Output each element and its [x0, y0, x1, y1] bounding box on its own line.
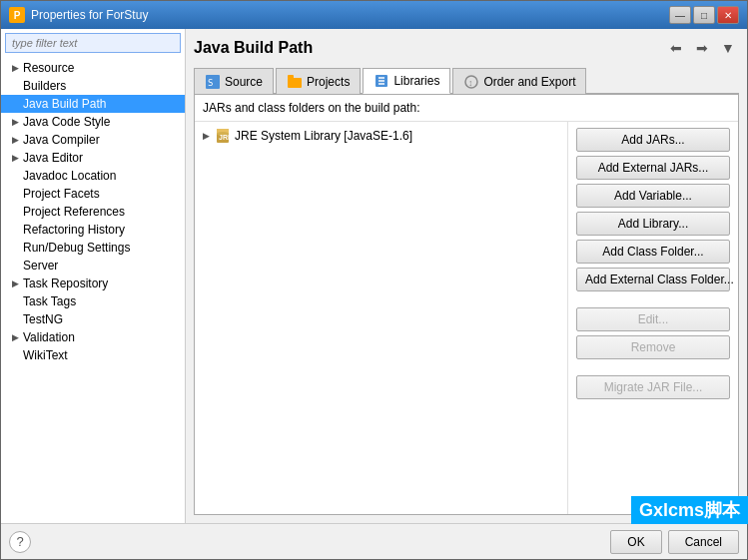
- content-main: ▶JREJRE System Library [JavaSE-1.6] Add …: [195, 122, 738, 514]
- search-input[interactable]: [5, 33, 181, 53]
- tab-label-order-and-export: Order and Export: [483, 75, 575, 89]
- sidebar-item-label-builders: Builders: [23, 79, 66, 93]
- sidebar-item-label-java-editor: Java Editor: [23, 151, 83, 165]
- tab-source[interactable]: SSource: [194, 68, 274, 94]
- migrate-jar-button: Migrate JAR File...: [576, 375, 730, 399]
- sidebar-item-label-run-debug-settings: Run/Debug Settings: [23, 241, 130, 255]
- panel-title: Java Build Path: [194, 39, 313, 57]
- sidebar-item-wikitext[interactable]: WikiText: [1, 346, 185, 364]
- tab-label-libraries: Libraries: [393, 74, 439, 88]
- sidebar-item-javadoc-location[interactable]: Javadoc Location: [1, 167, 185, 185]
- svg-text:JRE: JRE: [219, 134, 231, 141]
- watermark: Gxlcms脚本: [631, 496, 748, 524]
- properties-window: P Properties for ForStuy — □ ✕ ResourceB…: [0, 0, 748, 560]
- bottom-buttons: OK Cancel: [610, 530, 739, 554]
- svg-rect-2: [288, 78, 302, 88]
- tree-arrow-java-compiler: [9, 134, 21, 146]
- panel-header: Java Build Path ⬅ ➡ ▼: [194, 37, 739, 59]
- sidebar: ResourceBuildersJava Build PathJava Code…: [1, 29, 186, 523]
- sidebar-item-testng[interactable]: TestNG: [1, 310, 185, 328]
- sidebar-item-validation[interactable]: Validation: [1, 328, 185, 346]
- remove-button: Remove: [576, 335, 730, 359]
- sidebar-item-label-task-tags: Task Tags: [23, 294, 76, 308]
- library-tree: ▶JREJRE System Library [JavaSE-1.6]: [195, 122, 568, 514]
- sidebar-item-java-editor[interactable]: Java Editor: [1, 149, 185, 167]
- nav-dropdown-icon[interactable]: ▼: [717, 37, 739, 59]
- sidebar-item-project-references[interactable]: Project References: [1, 203, 185, 221]
- tab-icon-order-and-export: ↕: [463, 74, 479, 90]
- nav-back-icon[interactable]: ⬅: [665, 37, 687, 59]
- maximize-button[interactable]: □: [693, 6, 715, 24]
- sidebar-item-java-code-style[interactable]: Java Code Style: [1, 113, 185, 131]
- sidebar-item-task-repository[interactable]: Task Repository: [1, 275, 185, 292]
- tree-arrow-java-code-style: [9, 116, 21, 128]
- tree-arrow-java-editor: [9, 152, 21, 164]
- sidebar-item-java-build-path[interactable]: Java Build Path: [1, 95, 185, 113]
- nav-forward-icon[interactable]: ➡: [691, 37, 713, 59]
- tabs-container: SSourceProjectsLibraries↕Order and Expor…: [194, 67, 739, 94]
- sidebar-item-label-task-repository: Task Repository: [23, 277, 108, 290]
- tab-icon-projects: [287, 74, 303, 90]
- right-panel: Java Build Path ⬅ ➡ ▼ SSourceProjectsLib…: [186, 29, 747, 523]
- jar-icon-jre-system: JRE: [215, 128, 231, 144]
- tree-arrow-task-repository: [9, 278, 21, 289]
- sidebar-item-java-compiler[interactable]: Java Compiler: [1, 131, 185, 149]
- add-jars-button[interactable]: Add JARs...: [576, 128, 730, 152]
- sidebar-item-server[interactable]: Server: [1, 257, 185, 275]
- sidebar-item-label-java-code-style: Java Code Style: [23, 115, 110, 129]
- add-external-class-folder-button[interactable]: Add External Class Folder...: [576, 268, 730, 291]
- tree-arrow-resource: [9, 62, 21, 74]
- cancel-button[interactable]: Cancel: [668, 530, 739, 554]
- bottom-bar: ? OK Cancel: [1, 523, 747, 559]
- close-button[interactable]: ✕: [717, 6, 739, 24]
- tab-icon-source: S: [205, 74, 221, 90]
- sidebar-item-label-project-references: Project References: [23, 205, 125, 219]
- tab-libraries[interactable]: Libraries: [363, 68, 450, 94]
- sidebar-item-label-wikitext: WikiText: [23, 348, 68, 362]
- add-variable-button[interactable]: Add Variable...: [576, 184, 730, 208]
- sidebar-item-run-debug-settings[interactable]: Run/Debug Settings: [1, 239, 185, 257]
- sidebar-item-label-resource: Resource: [23, 61, 74, 75]
- window-icon: P: [9, 7, 25, 23]
- edit-button: Edit...: [576, 307, 730, 331]
- svg-text:↕: ↕: [468, 78, 473, 88]
- title-bar: P Properties for ForStuy — □ ✕: [1, 1, 747, 29]
- help-button[interactable]: ?: [9, 531, 31, 553]
- lib-arrow-jre-system: ▶: [203, 131, 215, 141]
- sidebar-item-builders[interactable]: Builders: [1, 77, 185, 95]
- add-external-jars-button[interactable]: Add External JARs...: [576, 156, 730, 180]
- button-spacer-2: [576, 363, 730, 371]
- sidebar-item-label-javadoc-location: Javadoc Location: [23, 169, 116, 183]
- tab-label-source: Source: [225, 75, 263, 89]
- sidebar-item-project-facets[interactable]: Project Facets: [1, 185, 185, 203]
- svg-text:S: S: [208, 78, 213, 88]
- sidebar-item-resource[interactable]: Resource: [1, 59, 185, 77]
- button-spacer-1: [576, 295, 730, 303]
- sidebar-item-label-java-build-path: Java Build Path: [23, 97, 106, 111]
- tree-container: ResourceBuildersJava Build PathJava Code…: [1, 57, 185, 523]
- tab-projects[interactable]: Projects: [276, 68, 361, 94]
- main-area: ResourceBuildersJava Build PathJava Code…: [1, 29, 747, 523]
- lib-item-jre-system[interactable]: ▶JREJRE System Library [JavaSE-1.6]: [199, 126, 563, 146]
- ok-button[interactable]: OK: [610, 530, 661, 554]
- sidebar-item-label-testng: TestNG: [23, 312, 63, 326]
- tab-order-and-export[interactable]: ↕Order and Export: [452, 68, 586, 94]
- add-class-folder-button[interactable]: Add Class Folder...: [576, 240, 730, 264]
- content-area: JARs and class folders on the build path…: [194, 94, 739, 515]
- sidebar-item-label-project-facets: Project Facets: [23, 187, 100, 201]
- svg-rect-3: [288, 75, 294, 79]
- tree-arrow-validation: [9, 331, 21, 343]
- tab-label-projects: Projects: [307, 75, 350, 89]
- window-title: Properties for ForStuy: [31, 8, 669, 22]
- sidebar-item-label-java-compiler: Java Compiler: [23, 133, 100, 147]
- sidebar-item-label-validation: Validation: [23, 330, 75, 344]
- sidebar-item-task-tags[interactable]: Task Tags: [1, 292, 185, 310]
- panel-nav-icons: ⬅ ➡ ▼: [665, 37, 739, 59]
- add-library-button[interactable]: Add Library...: [576, 212, 730, 236]
- content-description: JARs and class folders on the build path…: [195, 95, 738, 122]
- sidebar-item-refactoring-history[interactable]: Refactoring History: [1, 221, 185, 239]
- sidebar-item-label-server: Server: [23, 259, 58, 273]
- sidebar-item-label-refactoring-history: Refactoring History: [23, 223, 125, 237]
- buttons-panel: Add JARs...Add External JARs...Add Varia…: [568, 122, 738, 514]
- minimize-button[interactable]: —: [669, 6, 691, 24]
